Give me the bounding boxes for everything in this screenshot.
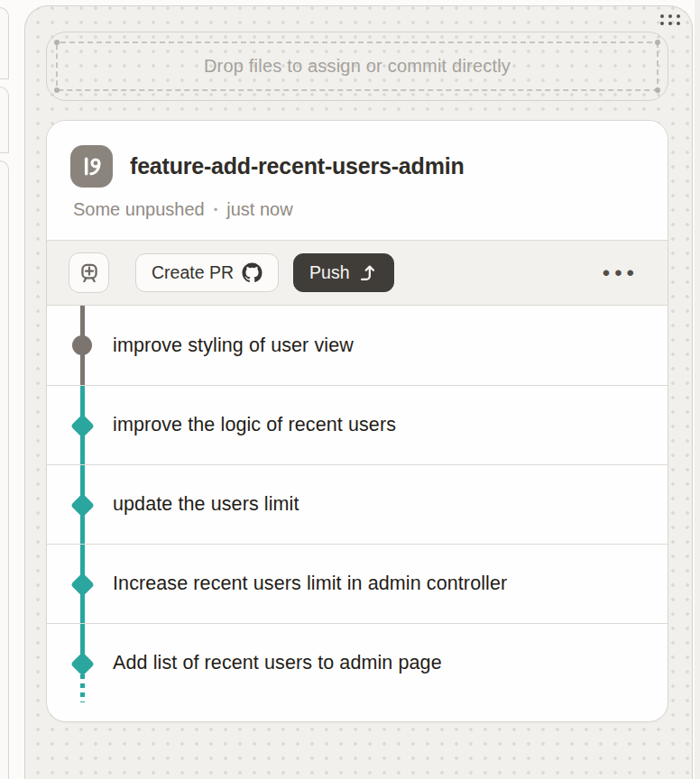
commit-list: improve styling of user view improve the… bbox=[47, 306, 668, 702]
commit-row[interactable]: Increase recent users limit in admin con… bbox=[47, 544, 668, 623]
branch-column-panel: Drop files to assign or commit directly … bbox=[24, 5, 693, 779]
last-updated-text: just now bbox=[226, 199, 292, 220]
push-status-text: Some unpushed bbox=[73, 199, 205, 220]
drop-zone-corner-dot bbox=[54, 40, 60, 45]
drop-zone-corner-dot bbox=[54, 87, 60, 93]
push-button[interactable]: Push bbox=[293, 253, 393, 292]
file-drop-zone[interactable]: Drop files to assign or commit directly bbox=[46, 32, 668, 101]
commit-message: update the users limit bbox=[113, 493, 299, 516]
commit-marker-diamond bbox=[70, 652, 95, 676]
app-window: Drop files to assign or commit directly … bbox=[0, 0, 700, 779]
drop-zone-corner-dot bbox=[655, 40, 660, 45]
branch-status-line: Some unpushed • just now bbox=[73, 199, 644, 220]
create-pr-button[interactable]: Create PR bbox=[135, 253, 279, 292]
add-commit-to-stack-button[interactable] bbox=[69, 252, 109, 293]
drop-zone-corner-dot bbox=[655, 87, 660, 93]
drag-grip-icon[interactable] bbox=[660, 14, 680, 25]
commit-row[interactable]: Add list of recent users to admin page bbox=[47, 623, 668, 702]
branch-name[interactable]: feature-add-recent-users-admin bbox=[130, 153, 464, 179]
separator-dot: • bbox=[214, 203, 218, 216]
commit-message: improve the logic of recent users bbox=[113, 414, 396, 436]
push-label: Push bbox=[309, 262, 349, 283]
adjacent-column-card-edge bbox=[0, 87, 9, 153]
commit-row[interactable]: update the users limit bbox=[47, 464, 668, 544]
branch-toolbar: Create PR Push ••• bbox=[47, 240, 668, 306]
adjacent-panel-edge bbox=[695, 0, 700, 779]
file-drop-zone-dashed-area: Drop files to assign or commit directly bbox=[56, 41, 659, 91]
branch-card-header: feature-add-recent-users-admin Some unpu… bbox=[47, 121, 668, 240]
commit-marker-circle bbox=[72, 335, 92, 355]
commit-marker-diamond bbox=[70, 573, 95, 597]
drop-zone-label: Drop files to assign or commit directly bbox=[204, 56, 511, 77]
commit-message: Add list of recent users to admin page bbox=[113, 652, 442, 674]
github-icon bbox=[242, 262, 262, 283]
create-pr-label: Create PR bbox=[152, 262, 234, 283]
adjacent-column-card-edge bbox=[0, 160, 9, 779]
commit-marker-diamond bbox=[70, 493, 95, 518]
branch-card: feature-add-recent-users-admin Some unpu… bbox=[46, 120, 668, 722]
commit-message: improve styling of user view bbox=[113, 335, 354, 357]
commit-row[interactable]: improve the logic of recent users bbox=[47, 385, 668, 464]
push-up-arrow-icon bbox=[358, 263, 378, 283]
commit-message: Increase recent users limit in admin con… bbox=[113, 573, 507, 595]
more-options-button[interactable]: ••• bbox=[603, 262, 639, 284]
adjacent-column-card-edge bbox=[0, 7, 9, 79]
branch-icon bbox=[70, 145, 113, 188]
add-commit-to-stack-icon bbox=[78, 261, 101, 285]
commit-row[interactable]: improve styling of user view bbox=[47, 306, 668, 385]
commit-marker-diamond bbox=[70, 414, 95, 438]
